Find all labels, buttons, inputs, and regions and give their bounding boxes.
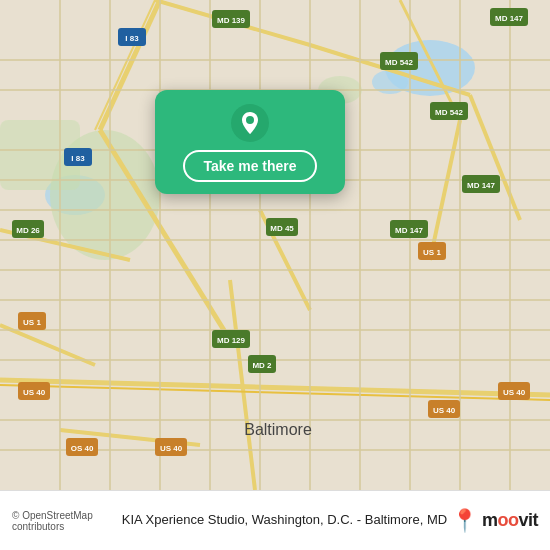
moovit-logo: 📍 moovit xyxy=(451,508,538,534)
bottom-bar: © OpenStreetMap contributors KIA Xperien… xyxy=(0,490,550,550)
map-popup: Take me there xyxy=(155,90,345,194)
svg-text:MD 147: MD 147 xyxy=(495,14,524,23)
svg-text:MD 542: MD 542 xyxy=(435,108,464,117)
svg-text:I 83: I 83 xyxy=(125,34,139,43)
svg-text:US 40: US 40 xyxy=(23,388,46,397)
svg-text:MD 139: MD 139 xyxy=(217,16,246,25)
svg-text:MD 542: MD 542 xyxy=(385,58,414,67)
map-background: I 83 I 83 MD 139 MD 542 MD 542 MD 147 MD… xyxy=(0,0,550,490)
svg-text:US 40: US 40 xyxy=(160,444,183,453)
svg-point-84 xyxy=(246,116,254,124)
svg-text:US 40: US 40 xyxy=(503,388,526,397)
map-container: I 83 I 83 MD 139 MD 542 MD 542 MD 147 MD… xyxy=(0,0,550,490)
svg-text:MD 147: MD 147 xyxy=(467,181,496,190)
osm-attribution: © OpenStreetMap contributors xyxy=(12,510,122,532)
svg-text:I 83: I 83 xyxy=(71,154,85,163)
location-pin-icon xyxy=(231,104,269,142)
svg-text:MD 2: MD 2 xyxy=(252,361,272,370)
svg-text:MD 129: MD 129 xyxy=(217,336,246,345)
svg-text:US 40: US 40 xyxy=(433,406,456,415)
moovit-brand-name: moovit xyxy=(482,510,538,531)
moovit-pin-icon: 📍 xyxy=(451,508,478,534)
location-title: KIA Xperience Studio, Washington, D.C. -… xyxy=(122,512,451,529)
svg-text:OS 40: OS 40 xyxy=(71,444,94,453)
svg-text:Baltimore: Baltimore xyxy=(244,421,312,438)
take-me-there-button[interactable]: Take me there xyxy=(183,150,316,182)
svg-text:MD 45: MD 45 xyxy=(270,224,294,233)
svg-text:US 1: US 1 xyxy=(423,248,441,257)
svg-text:MD 26: MD 26 xyxy=(16,226,40,235)
svg-text:MD 147: MD 147 xyxy=(395,226,424,235)
svg-text:US 1: US 1 xyxy=(23,318,41,327)
